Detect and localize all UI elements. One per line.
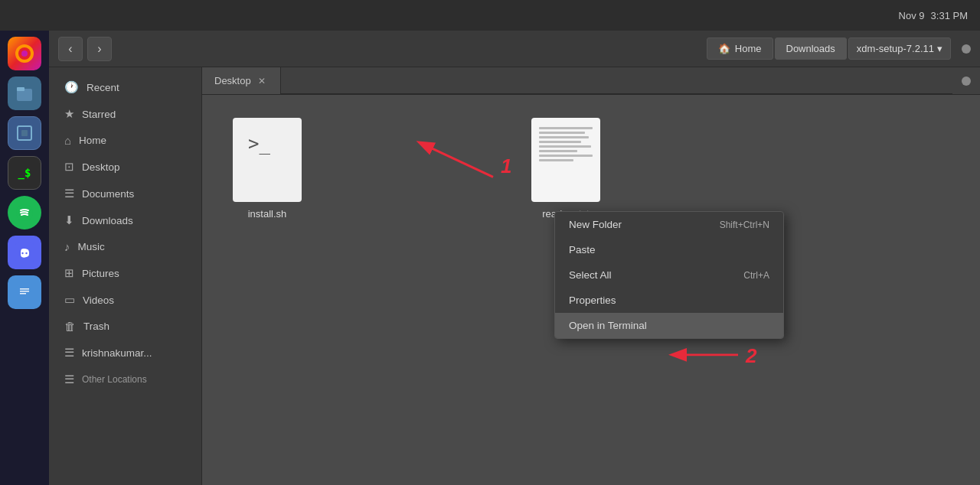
app-container: _$ ‹ › 🏠 Home Downloads <box>0 31 980 485</box>
downloads-icon: ⬇ <box>64 213 74 227</box>
sidebar-item-downloads[interactable]: ⬇ Downloads <box>52 207 198 233</box>
tab-empty-area <box>281 67 952 94</box>
context-menu-new-folder[interactable]: New Folder Shift+Ctrl+N <box>555 212 783 237</box>
dock-icon-spotify[interactable] <box>8 196 41 229</box>
breadcrumb-home[interactable]: 🏠 Home <box>707 37 773 60</box>
sidebar-item-recent[interactable]: 🕐 Recent <box>52 74 198 100</box>
user-device-icon: ☰ <box>64 346 74 360</box>
breadcrumb-xdm[interactable]: xdm-setup-7.2.11 ▾ <box>848 37 951 60</box>
breadcrumb-downloads[interactable]: Downloads <box>775 37 847 60</box>
context-menu-properties[interactable]: Properties <box>555 288 783 313</box>
second-window-close[interactable] <box>962 76 971 86</box>
dock-icon-firefox[interactable] <box>8 37 41 70</box>
starred-icon: ★ <box>64 107 74 121</box>
context-menu-open-terminal[interactable]: Open in Terminal <box>555 313 783 338</box>
tab-desktop[interactable]: Desktop ✕ <box>202 67 281 94</box>
trash-icon: 🗑 <box>64 320 76 333</box>
sidebar-item-desktop[interactable]: ⊡ Desktop <box>52 154 198 180</box>
sidebar-item-trash[interactable]: 🗑 Trash <box>52 314 198 339</box>
window-close-button[interactable] <box>962 44 971 54</box>
music-icon: ♪ <box>64 240 70 253</box>
back-button[interactable]: ‹ <box>58 37 83 61</box>
documents-icon: ☰ <box>64 187 74 200</box>
txt-content <box>534 121 597 168</box>
tab-bar: Desktop ✕ <box>202 67 980 95</box>
breadcrumb-area: 🏠 Home Downloads xdm-setup-7.2.11 ▾ <box>707 37 951 60</box>
recent-icon: 🕐 <box>64 80 79 94</box>
tab-close-button[interactable]: ✕ <box>256 75 268 87</box>
sidebar-item-home[interactable]: ⌂ Home <box>52 128 198 153</box>
date: Nov 9 <box>899 10 925 21</box>
home-sidebar-icon: ⌂ <box>64 134 71 147</box>
sidebar-item-music[interactable]: ♪ Music <box>52 234 198 259</box>
window-body: 🕐 Recent ★ Starred ⌂ Home ⊡ Desktop ☰ <box>49 67 980 485</box>
sidebar-item-krishnakumar[interactable]: ☰ krishnakumar... <box>52 340 198 366</box>
sidebar-item-videos[interactable]: ▭ Videos <box>52 287 198 313</box>
home-icon: 🏠 <box>718 43 730 54</box>
dock: _$ <box>0 31 49 485</box>
top-bar: Nov 9 3:31 PM <box>0 0 980 31</box>
context-menu-select-all[interactable]: Select All Ctrl+A <box>555 262 783 288</box>
file-icon-img-sh: >_ <box>233 118 302 202</box>
other-locations-icon: ☰ <box>64 373 74 386</box>
context-menu-paste[interactable]: Paste <box>555 237 783 262</box>
dock-icon-terminal[interactable]: _$ <box>8 156 41 190</box>
context-menu: New Folder Shift+Ctrl+N Paste Select All… <box>554 211 784 339</box>
svg-rect-13 <box>20 291 29 292</box>
sh-content: >_ <box>239 124 279 164</box>
dock-icon-writer[interactable] <box>8 275 41 309</box>
dock-icon-files[interactable] <box>8 76 41 110</box>
svg-point-2 <box>21 50 28 57</box>
sidebar: 🕐 Recent ★ Starred ⌂ Home ⊡ Desktop ☰ <box>49 67 202 485</box>
svg-rect-6 <box>21 130 28 136</box>
main-content: Desktop ✕ >_ install.sh <box>202 67 980 485</box>
clock: Nov 9 3:31 PM <box>899 10 968 21</box>
sidebar-item-pictures[interactable]: ⊞ Pictures <box>52 260 198 286</box>
svg-point-10 <box>25 252 27 254</box>
svg-point-9 <box>21 252 23 254</box>
dock-icon-discord[interactable] <box>8 236 41 269</box>
pictures-icon: ⊞ <box>64 266 74 280</box>
sidebar-item-starred[interactable]: ★ Starred <box>52 101 198 127</box>
svg-rect-4 <box>17 87 24 91</box>
forward-button[interactable]: › <box>87 37 112 61</box>
file-install-sh[interactable]: >_ install.sh <box>233 118 302 220</box>
nav-bar: ‹ › 🏠 Home Downloads xdm-setup-7.2.11 ▾ <box>49 31 980 67</box>
files-window: ‹ › 🏠 Home Downloads xdm-setup-7.2.11 ▾ <box>49 31 980 485</box>
desktop-icon: ⊡ <box>64 160 74 174</box>
file-icon-img-txt <box>531 118 600 202</box>
sidebar-item-other-locations[interactable]: ☰ Other Locations <box>52 366 198 392</box>
file-readme-txt[interactable]: readme.txt <box>531 118 600 220</box>
dock-icon-screenshot[interactable] <box>8 116 41 150</box>
svg-rect-12 <box>20 288 29 290</box>
dropdown-arrow-icon: ▾ <box>937 43 942 54</box>
time: 3:31 PM <box>931 10 968 21</box>
videos-icon: ▭ <box>64 293 75 307</box>
svg-text:2: 2 <box>745 345 757 366</box>
svg-rect-14 <box>20 293 26 295</box>
sidebar-item-documents[interactable]: ☰ Documents <box>52 181 198 207</box>
